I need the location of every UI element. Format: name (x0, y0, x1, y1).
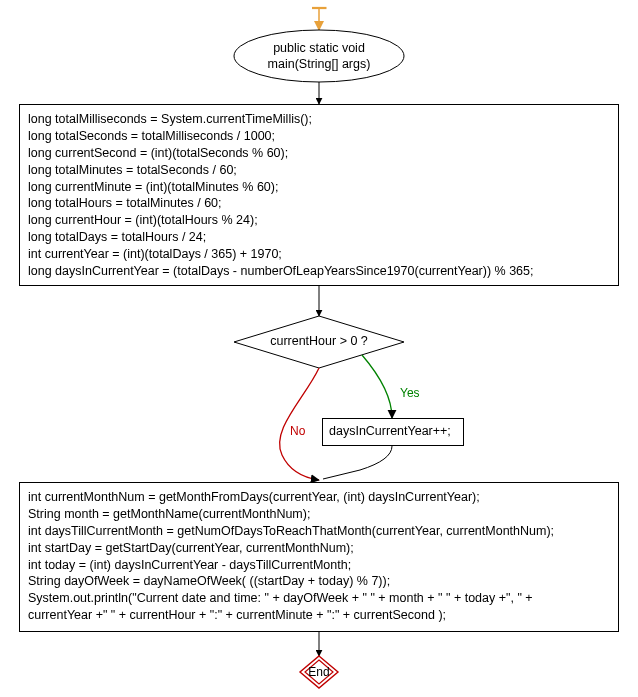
end-node-label: End (307, 665, 331, 679)
decision-condition: currentHour > 0 ? (260, 334, 378, 348)
code-block-1: long totalMilliseconds = System.currentT… (19, 104, 619, 286)
edge-no-label: No (290, 424, 305, 438)
start-node: public static void main(String[] args) (240, 40, 398, 73)
start-line2: main(String[] args) (240, 56, 398, 72)
start-line1: public static void (240, 40, 398, 56)
increment-block: daysInCurrentYear++; (322, 418, 464, 446)
edge-yes-label: Yes (400, 386, 420, 400)
code-block-2: int currentMonthNum = getMonthFromDays(c… (19, 482, 619, 632)
